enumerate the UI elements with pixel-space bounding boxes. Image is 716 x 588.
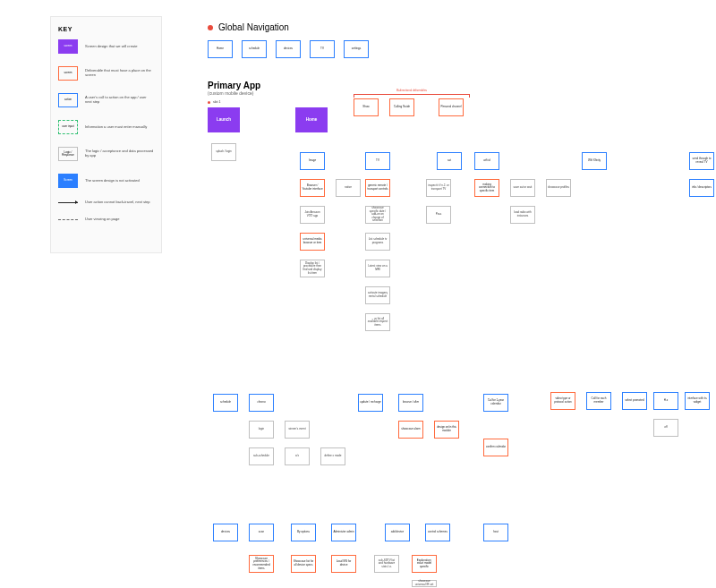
key-swatch-purple: screen: [58, 39, 78, 54]
node-c3b: Showcase list for all device specs: [291, 555, 316, 573]
key-title: KEY: [58, 26, 154, 32]
slot-label: slot 1: [208, 100, 220, 104]
node-tv1: generic remote / transport controls: [365, 179, 390, 197]
node-sat-side3: showcase profiles: [546, 179, 571, 197]
node-tv6: ... or list all available respect items: [365, 313, 390, 331]
key-swatch-blue: action: [58, 93, 78, 107]
red-bracket-label: Bi-directional deliverables: [385, 89, 439, 92]
node-c2r-hsub: off: [653, 419, 678, 437]
node-wifi-far: send through to reveal TV: [689, 152, 714, 170]
node-cal-sub: confirm calendar: [483, 439, 508, 456]
node-image: Image: [300, 152, 325, 170]
node-devices: devices: [213, 524, 238, 541]
key-row: Screen The screen design is not activate…: [58, 174, 154, 188]
node-browse: browse / after: [398, 394, 423, 412]
key-swatch-green: user input: [58, 120, 78, 134]
node-calling-guide: Calling Guide: [389, 98, 414, 116]
node-c3e: Explanation: exact model specific: [412, 555, 437, 573]
key-desc: A user's call to action on the app / use…: [85, 96, 154, 105]
node-c2a: login: [249, 421, 274, 439]
node-c2e: define x mode: [320, 447, 345, 465]
heading-text: Global Navigation: [218, 22, 289, 32]
node-chrono: chrono: [249, 394, 274, 412]
primary-title: Primary App: [208, 81, 260, 90]
key-row: screen Deliverable that must have a plac…: [58, 66, 154, 81]
key-desc: Deliverable that must have a place on th…: [85, 69, 154, 78]
node-c2b: winner's event: [285, 421, 310, 439]
nav-settings: settings: [344, 40, 369, 58]
node-browse2: design on/in this module: [434, 421, 459, 439]
nav-tv: TV: [310, 40, 335, 58]
node-scan: scan: [249, 524, 274, 541]
node-img2: Join Amazon VOO app: [300, 206, 325, 224]
node-c3d: sub-SDTV list and hardware stats I.o.: [374, 555, 399, 573]
node-c2r2: select promoted: [622, 392, 647, 410]
key-row: user input Information a user must enter…: [58, 120, 154, 134]
key-row: User viewing on page: [58, 217, 154, 222]
node-schedule: schedule: [213, 394, 238, 412]
node-c2d: x/x: [285, 447, 310, 465]
key-row: Logic / Response The logic / acceptance …: [58, 147, 154, 161]
node-splash: splash / login: [211, 143, 236, 161]
key-desc: User viewing on page: [85, 217, 119, 222]
node-control: control schemes: [425, 524, 450, 541]
node-sat-b: Pass: [426, 206, 451, 224]
key-swatch-orange: screen: [58, 66, 78, 81]
node-wifi-xfinity: Wifi Xfinity: [582, 152, 607, 170]
node-tv3: List schedule tv programs: [365, 233, 390, 251]
node-launch: Launch: [208, 107, 240, 132]
red-bracket: [354, 94, 470, 98]
primary-sub: (custom mobile device): [208, 90, 260, 96]
node-sat-side2: save sat or wait: [510, 179, 535, 197]
key-row: action A user's call to action on the ap…: [58, 93, 154, 107]
node-sat: sat: [437, 152, 462, 170]
node-img-side: native: [336, 179, 361, 197]
node-c2r4: interface with its widget: [685, 392, 710, 410]
key-desc: Information a user must enter manually: [85, 125, 147, 130]
node-personal-channel: Personal channel: [439, 98, 464, 116]
nav-schedule: schedule: [242, 40, 267, 58]
node-c2c: sub-schedule: [249, 447, 274, 465]
node-c2r0: video type or protocol action: [550, 392, 575, 410]
node-admin: Administer admin: [331, 524, 356, 541]
key-desc: The screen design is not activated: [85, 179, 140, 183]
node-img1: Browser / Youtube interface: [300, 179, 325, 197]
node-sat-connect: load radio with instances: [510, 206, 535, 224]
nav-devices: devices: [276, 40, 301, 58]
node-c3f: showcase universal IR set: [412, 580, 437, 587]
key-desc: Screen design that we will create: [85, 45, 137, 49]
node-options: By options: [291, 524, 316, 541]
key-desc: User action cannot back-travel, next ste…: [85, 200, 149, 205]
node-c2r1: Call for each member: [586, 392, 611, 410]
key-swatch-grey: Logic / Response: [58, 147, 78, 161]
key-swatch-bluefill: Screen: [58, 174, 78, 188]
nav-home: Home: [208, 40, 233, 58]
node-cal: Cal for 1-year calendar: [483, 394, 508, 412]
node-sat-side1: making connection to specific item: [474, 179, 499, 197]
primary-app-heading: Primary App (custom mobile device): [208, 81, 260, 96]
node-tv2: showcase specific date / add-on on chang…: [365, 206, 390, 224]
red-dot-icon: [208, 101, 210, 104]
node-show: Show: [354, 98, 379, 116]
node-img3: universal media browser or item: [300, 233, 325, 251]
node-sat-a: inspect it if n.2. or transport TV: [426, 179, 451, 197]
node-img4: Display list / procedure then find and d…: [300, 260, 325, 277]
node-c3c: Load SW for device: [331, 555, 356, 573]
key-panel: KEY screen Screen design that we will cr…: [50, 16, 162, 253]
key-desc: The logic / acceptance and data processe…: [85, 149, 154, 158]
node-tv: TV: [365, 152, 390, 170]
node-c2r3: H.x: [653, 392, 678, 410]
node-wifi-right: info / descriptors: [689, 179, 714, 197]
node-c3a: Showcase preferences / recommended items: [249, 555, 274, 573]
node-browse1: showcase alarm: [398, 421, 423, 439]
node-host: host: [483, 524, 508, 541]
red-dot-icon: [208, 25, 213, 30]
node-wifi-id: wifi id: [474, 152, 499, 170]
key-row: screen Screen design that we will create: [58, 39, 154, 54]
node-addsub: update / recharge: [358, 394, 383, 412]
node-tv4: Latest view on a MRI: [365, 260, 390, 277]
key-row: User action cannot back-travel, next ste…: [58, 200, 154, 205]
global-nav-heading: Global Navigation: [208, 22, 289, 32]
node-tv5: activate imagery rental schedule: [365, 286, 390, 304]
node-home: Home: [295, 107, 328, 132]
